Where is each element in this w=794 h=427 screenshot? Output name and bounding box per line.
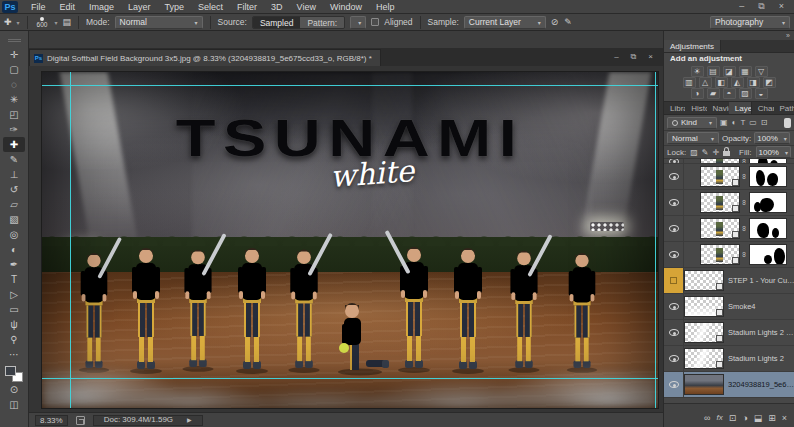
status-flyout-arrow-icon[interactable]: ▶ xyxy=(187,415,192,425)
layer-thumbnail[interactable] xyxy=(684,322,724,343)
menu-filter[interactable]: Filter xyxy=(230,2,264,12)
layer-row[interactable]: ∞ xyxy=(664,164,794,190)
pen-tool[interactable]: ✒ xyxy=(3,257,25,272)
tool-preset-caret-icon[interactable]: ▾ xyxy=(17,19,20,26)
new-layer-icon[interactable]: ⊞ xyxy=(768,413,776,423)
menu-3d[interactable]: 3D xyxy=(264,2,290,12)
opacity-dropdown[interactable]: 100% ▾ xyxy=(754,132,789,144)
lock-all-icon[interactable] xyxy=(723,151,730,156)
move-tool[interactable]: ✛ xyxy=(3,47,25,62)
color-balance-adjustment-icon[interactable]: △ xyxy=(699,77,712,88)
layer-thumbnail[interactable] xyxy=(700,244,740,265)
selective-color-adjustment-icon[interactable]: ◒ xyxy=(755,88,768,99)
guide-horizontal-top[interactable] xyxy=(42,85,658,86)
menu-window[interactable]: Window xyxy=(323,2,369,12)
eye-icon[interactable] xyxy=(669,251,679,258)
levels-adjustment-icon[interactable]: ▤ xyxy=(707,66,720,77)
eyedropper-tool[interactable]: ✑ xyxy=(3,122,25,137)
tab-adjustments[interactable]: Adjustments xyxy=(664,40,721,52)
mask-link-icon[interactable]: ∞ xyxy=(740,251,749,258)
marquee-tool[interactable]: ▢ xyxy=(3,62,25,77)
edit-toolbar-button[interactable]: ⋯ xyxy=(3,347,25,362)
hue-saturation-adjustment-icon[interactable]: ▥ xyxy=(683,77,696,88)
brightness-contrast-adjustment-icon[interactable]: ☀ xyxy=(691,66,704,77)
quick-mask-button[interactable]: ⊙ xyxy=(3,382,25,397)
clone-stamp-tool[interactable]: ⊥ xyxy=(3,167,25,182)
layer-style-icon[interactable]: fx xyxy=(716,413,722,422)
document-minimize-button[interactable]: – xyxy=(614,52,618,62)
lasso-tool[interactable]: ◌ xyxy=(3,77,25,92)
eye-icon[interactable] xyxy=(669,381,679,388)
layer-thumbnail[interactable] xyxy=(684,296,724,317)
ignore-adjustment-layers-icon[interactable]: ⊘ xyxy=(551,17,559,27)
lock-transparency-icon[interactable]: ▨ xyxy=(690,148,698,157)
color-lookup-adjustment-icon[interactable]: ◩ xyxy=(763,77,776,88)
filter-smart-objects-icon[interactable]: ⊡ xyxy=(761,118,768,127)
layer-visibility-cell[interactable] xyxy=(664,164,684,189)
layer-mask-thumbnail[interactable] xyxy=(749,192,787,213)
layer-visibility-cell[interactable] xyxy=(664,242,684,267)
layer-thumbnail[interactable] xyxy=(684,270,724,291)
collapse-panels-icon[interactable]: » xyxy=(786,32,790,39)
toolbar-grip[interactable] xyxy=(8,39,21,42)
new-group-icon[interactable]: ⬓ xyxy=(754,413,763,423)
layer-thumbnail[interactable] xyxy=(684,348,724,369)
layer-visibility-cell[interactable] xyxy=(664,190,684,215)
guide-vertical-right[interactable] xyxy=(655,72,656,408)
layer-row[interactable]: Stadium Lights 2 xyxy=(664,346,794,372)
gradient-map-adjustment-icon[interactable]: ▨ xyxy=(739,88,752,99)
layer-mask-thumbnail[interactable] xyxy=(749,166,787,187)
mask-link-icon[interactable]: ∞ xyxy=(740,173,749,180)
source-sampled-button[interactable]: Sampled xyxy=(253,17,301,28)
link-layers-icon[interactable]: ∞ xyxy=(704,413,710,423)
eye-icon[interactable] xyxy=(669,225,679,232)
exposure-adjustment-icon[interactable]: ▦ xyxy=(739,66,752,77)
guide-horizontal-bottom[interactable] xyxy=(42,378,658,379)
layer-thumbnail[interactable] xyxy=(700,218,740,239)
menu-help[interactable]: Help xyxy=(369,2,402,12)
eye-icon[interactable] xyxy=(669,199,679,206)
workspace-switcher[interactable]: Photography ▾ xyxy=(710,16,790,29)
eraser-tool[interactable]: ▱ xyxy=(3,197,25,212)
blur-tool[interactable]: ◎ xyxy=(3,227,25,242)
filter-shape-layers-icon[interactable]: ▭ xyxy=(749,118,757,127)
menu-view[interactable]: View xyxy=(290,2,323,12)
toggle-brush-panel-icon[interactable]: ▤ xyxy=(62,17,71,27)
vibrance-adjustment-icon[interactable]: ▽ xyxy=(755,66,768,77)
visibility-empty-box[interactable] xyxy=(670,277,677,284)
blend-mode-dropdown[interactable]: Normal ▾ xyxy=(667,132,719,144)
layer-filter-kind-dropdown[interactable]: Kind ▾ xyxy=(667,117,717,129)
crop-tool[interactable]: ◰ xyxy=(3,107,25,122)
lock-position-icon[interactable]: ✛ xyxy=(712,148,719,157)
app-close-button[interactable]: × xyxy=(779,1,784,12)
sample-dropdown[interactable]: Current Layer ▾ xyxy=(464,16,546,29)
screen-mode-button[interactable]: ◫ xyxy=(3,397,25,412)
layer-visibility-cell[interactable] xyxy=(664,216,684,241)
filter-adjustment-layers-icon[interactable]: ◐ xyxy=(732,118,737,127)
menu-image[interactable]: Image xyxy=(82,2,121,12)
menu-file[interactable]: File xyxy=(24,2,53,12)
mode-dropdown[interactable]: Normal ▾ xyxy=(115,16,203,29)
menu-type[interactable]: Type xyxy=(158,2,192,12)
document-close-button[interactable]: × xyxy=(648,52,653,62)
history-brush-tool[interactable]: ↺ xyxy=(3,182,25,197)
app-restore-button[interactable]: ⧉ xyxy=(758,1,764,12)
threshold-adjustment-icon[interactable]: ◓ xyxy=(723,88,736,99)
invert-adjustment-icon[interactable]: ◑ xyxy=(691,88,704,99)
tab-chann[interactable]: Chann xyxy=(752,102,774,114)
layer-visibility-cell[interactable] xyxy=(664,346,684,371)
zoom-tool[interactable]: ⚲ xyxy=(3,332,25,347)
tab-layers[interactable]: Layers xyxy=(729,102,752,114)
source-pattern-button[interactable]: Pattern: xyxy=(300,17,344,28)
menu-layer[interactable]: Layer xyxy=(121,2,158,12)
add-layer-mask-icon[interactable]: ⊡ xyxy=(729,413,737,423)
filter-type-layers-icon[interactable]: T xyxy=(740,118,745,127)
layer-row[interactable]: ∞ xyxy=(664,242,794,268)
layer-visibility-cell[interactable] xyxy=(664,294,684,319)
pattern-picker-dropdown[interactable]: ▾ xyxy=(350,16,366,29)
document-tab[interactable]: Ps Digital Softball Field Background 3x5… xyxy=(29,49,381,66)
menu-select[interactable]: Select xyxy=(191,2,230,12)
brush-picker-caret-icon[interactable]: ▾ xyxy=(54,19,57,26)
mask-link-icon[interactable]: ∞ xyxy=(740,199,749,206)
channel-mixer-adjustment-icon[interactable]: ◨ xyxy=(747,77,760,88)
